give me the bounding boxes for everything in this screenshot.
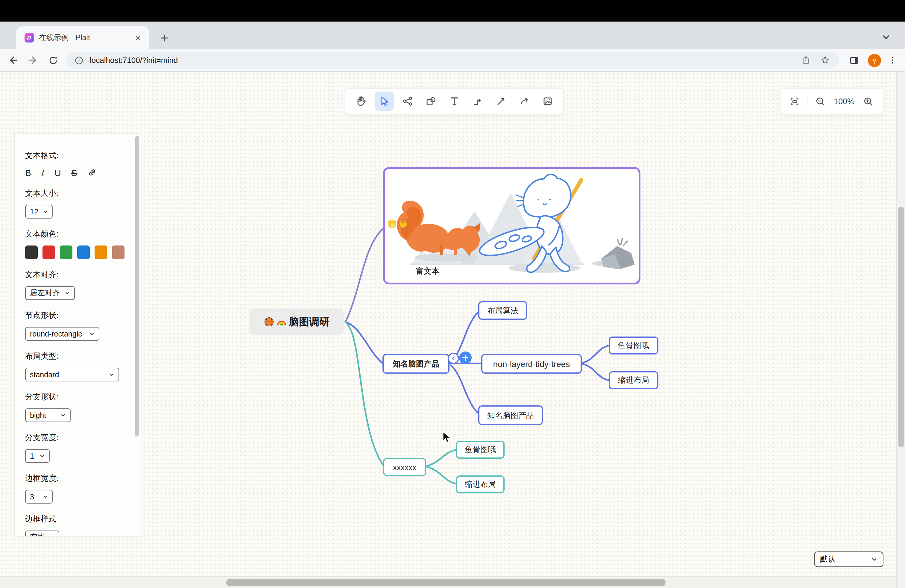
chevron-down-icon <box>43 494 48 499</box>
plait-favicon-icon <box>25 33 34 43</box>
mindmap-canvas[interactable]: 文本格式: B I U S 文本大小: 12 文本颜色: <box>0 72 905 588</box>
chevron-down-icon <box>109 372 114 377</box>
node-indent-blue[interactable]: 缩进布局 <box>609 371 658 389</box>
node-layout-algo[interactable]: 布局算法 <box>478 301 527 320</box>
border-style-select[interactable]: 实线 <box>25 531 59 537</box>
richtext-label: 富文本 <box>416 266 439 277</box>
curve-arrow-tool-button[interactable] <box>515 92 534 111</box>
node-xxxxxx[interactable]: xxxxxx <box>383 458 426 476</box>
elbow-arrow-tool-button[interactable] <box>468 92 487 111</box>
chevron-down-icon <box>40 453 45 459</box>
profile-avatar[interactable]: y <box>868 54 881 67</box>
rainbow-emoji-icon <box>276 317 286 327</box>
browser-toolbar: localhost:7100/?init=mind y <box>0 49 905 72</box>
back-button[interactable] <box>5 52 21 68</box>
vertical-scrollbar-track[interactable] <box>896 72 905 588</box>
window-top-strip <box>0 0 905 22</box>
tab-search-chevron-icon[interactable] <box>879 29 893 44</box>
url-text[interactable]: localhost:7100/?init=mind <box>90 56 794 65</box>
rock-on-hand-emoji-icon <box>398 219 408 229</box>
shape-tool-button[interactable] <box>421 92 441 111</box>
border-style-label: 边框样式 <box>25 514 141 524</box>
select-tool-button[interactable] <box>375 92 394 111</box>
richtext-illustration <box>387 171 637 281</box>
panel-scrollbar[interactable] <box>135 136 139 437</box>
richtext-node[interactable]: 富文本 <box>383 167 640 284</box>
browser-menu-icon[interactable] <box>886 54 899 67</box>
node-shape-select[interactable]: round-rectangle <box>25 327 99 341</box>
chevron-down-icon <box>89 331 95 337</box>
text-align-select[interactable]: 居左对齐 <box>25 286 75 300</box>
site-info-icon[interactable] <box>74 56 84 65</box>
forward-button[interactable] <box>25 52 41 68</box>
reload-button[interactable] <box>46 52 61 68</box>
property-panel: 文本格式: B I U S 文本大小: 12 文本颜色: <box>14 133 141 537</box>
zoom-controls: 100% <box>780 88 884 114</box>
branch-shape-label: 分支形状: <box>25 392 141 402</box>
tab-close-icon[interactable] <box>132 32 143 43</box>
branch-width-select[interactable]: 1 <box>25 449 50 463</box>
branch-shape-select[interactable]: bight <box>25 408 71 422</box>
collapse-node-button[interactable] <box>448 353 459 364</box>
share-icon[interactable] <box>799 53 813 67</box>
color-swatch-orange[interactable] <box>95 245 107 259</box>
color-swatch-green[interactable] <box>60 245 72 259</box>
node-products-child[interactable]: 知名脑图产品 <box>478 405 543 425</box>
horizontal-scrollbar-track[interactable] <box>0 576 896 588</box>
image-tool-button[interactable] <box>538 92 557 111</box>
rock <box>601 238 635 269</box>
node-products-parent[interactable]: 知名脑图产品 <box>383 354 449 373</box>
text-size-select[interactable]: 12 <box>25 205 53 219</box>
star-struck-emoji-icon <box>387 219 397 229</box>
arrow-tool-button[interactable] <box>491 92 511 111</box>
text-format-label: 文本格式: <box>25 150 141 161</box>
color-swatch-red[interactable] <box>43 245 55 259</box>
basketball-emoji-icon <box>264 317 274 327</box>
color-swatch-black[interactable] <box>25 245 38 259</box>
zoom-out-button[interactable] <box>812 94 828 109</box>
mind-tool-button[interactable] <box>398 92 417 111</box>
link-icon[interactable] <box>87 168 97 177</box>
strikethrough-button[interactable]: S <box>71 168 77 177</box>
italic-button[interactable]: I <box>41 168 44 177</box>
chevron-down-icon <box>49 535 54 537</box>
browser-tab[interactable]: 在线示例 - Plait <box>16 26 149 49</box>
color-swatch-blue[interactable] <box>77 245 90 259</box>
chevron-down-icon <box>65 291 70 296</box>
text-tool-button[interactable] <box>445 92 464 111</box>
text-color-label: 文本颜色: <box>25 229 141 240</box>
node-indent-teal[interactable]: 缩进布局 <box>456 475 505 493</box>
zoom-level: 100% <box>834 97 854 106</box>
divider <box>807 95 807 107</box>
node-fishbone-teal[interactable]: 鱼骨图哦 <box>456 441 505 459</box>
zoom-in-button[interactable] <box>861 94 876 109</box>
screen: 在线示例 - Plait localhost:7100/?init=mind <box>0 0 905 588</box>
node-tidy-trees[interactable]: non-layerd-tidy-trees <box>481 354 582 373</box>
root-node-label: 脑图调研 <box>289 315 330 329</box>
add-node-button[interactable] <box>459 351 472 364</box>
text-size-label: 文本大小: <box>25 188 141 199</box>
layout-type-select[interactable]: standard <box>25 368 119 381</box>
fit-screen-button[interactable] <box>786 94 802 109</box>
border-width-select[interactable]: 3 <box>25 490 53 504</box>
underline-button[interactable]: U <box>54 168 61 177</box>
bold-button[interactable]: B <box>25 168 31 177</box>
horizontal-scrollbar-thumb[interactable] <box>226 579 665 586</box>
chevron-down-icon <box>60 413 66 418</box>
theme-select[interactable]: 默认 <box>814 551 883 567</box>
fox <box>397 200 481 257</box>
hand-tool-button[interactable] <box>351 92 370 111</box>
address-bar[interactable]: localhost:7100/?init=mind <box>67 52 839 68</box>
vertical-scrollbar-thumb[interactable] <box>898 207 904 447</box>
browser-tab-bar: 在线示例 - Plait <box>0 22 905 49</box>
side-panel-icon[interactable] <box>846 52 862 68</box>
mouse-cursor <box>442 431 451 444</box>
chevron-down-icon <box>43 209 48 215</box>
new-tab-button[interactable] <box>157 30 171 45</box>
color-swatch-brown[interactable] <box>112 245 124 259</box>
node-fishbone-blue[interactable]: 鱼骨图哦 <box>609 337 658 354</box>
chevron-down-icon <box>871 556 878 563</box>
app-toolbar <box>345 88 564 114</box>
bookmark-star-icon[interactable] <box>818 53 832 67</box>
mindmap-root-node[interactable]: 脑图调研 <box>249 308 344 335</box>
